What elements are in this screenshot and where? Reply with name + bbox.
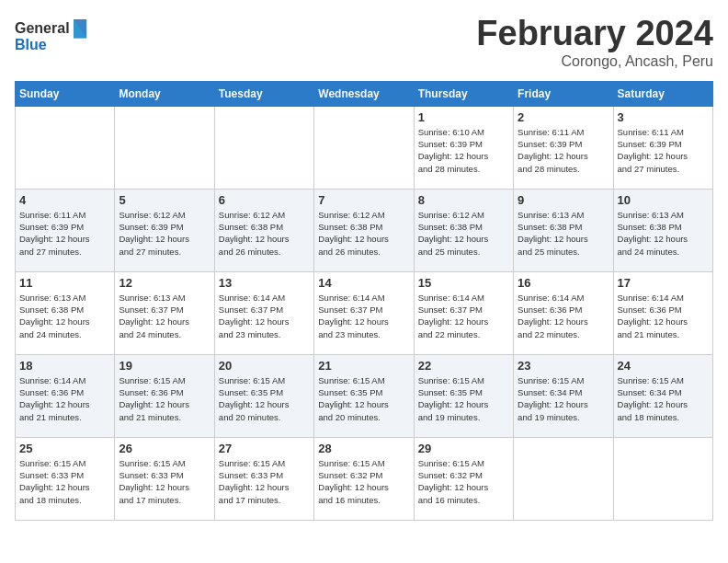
- weekday-header-wednesday: Wednesday: [314, 81, 414, 106]
- day-number: 15: [418, 276, 509, 290]
- day-number: 20: [219, 359, 310, 373]
- weekday-header-saturday: Saturday: [613, 81, 712, 106]
- svg-text:General: General: [15, 20, 70, 36]
- day-number: 24: [618, 359, 709, 373]
- day-number: 21: [318, 359, 409, 373]
- day-number: 14: [318, 276, 409, 290]
- logo: General Blue: [15, 15, 88, 61]
- day-number: 29: [418, 442, 509, 455]
- logo-svg: General Blue: [15, 15, 88, 61]
- page-header: General Blue February 2024 Corongo, Anca…: [15, 15, 713, 70]
- day-info: Sunrise: 6:11 AM Sunset: 6:39 PM Dayligh…: [518, 126, 609, 175]
- day-number: 23: [518, 359, 609, 373]
- day-info: Sunrise: 6:14 AM Sunset: 6:37 PM Dayligh…: [219, 292, 310, 340]
- day-number: 9: [518, 193, 609, 207]
- calendar-cell: 21Sunrise: 6:15 AM Sunset: 6:35 PM Dayli…: [314, 354, 414, 437]
- calendar-week-2: 4Sunrise: 6:11 AM Sunset: 6:39 PM Daylig…: [16, 189, 713, 271]
- title-block: February 2024 Corongo, Ancash, Peru: [476, 15, 713, 70]
- day-number: 12: [119, 276, 210, 290]
- weekday-header-friday: Friday: [514, 81, 613, 106]
- calendar-cell: 25Sunrise: 6:15 AM Sunset: 6:33 PM Dayli…: [16, 437, 115, 520]
- day-info: Sunrise: 6:14 AM Sunset: 6:36 PM Dayligh…: [518, 292, 609, 340]
- day-number: 8: [418, 193, 509, 207]
- day-info: Sunrise: 6:14 AM Sunset: 6:36 PM Dayligh…: [618, 292, 709, 340]
- day-number: 4: [19, 193, 110, 207]
- day-number: 28: [318, 442, 409, 455]
- day-info: Sunrise: 6:15 AM Sunset: 6:32 PM Dayligh…: [318, 457, 409, 506]
- day-info: Sunrise: 6:13 AM Sunset: 6:37 PM Dayligh…: [119, 292, 210, 340]
- day-info: Sunrise: 6:10 AM Sunset: 6:39 PM Dayligh…: [418, 126, 509, 175]
- calendar-cell: 14Sunrise: 6:14 AM Sunset: 6:37 PM Dayli…: [314, 271, 414, 354]
- day-info: Sunrise: 6:13 AM Sunset: 6:38 PM Dayligh…: [19, 292, 110, 340]
- day-info: Sunrise: 6:15 AM Sunset: 6:33 PM Dayligh…: [119, 457, 210, 506]
- day-info: Sunrise: 6:15 AM Sunset: 6:33 PM Dayligh…: [219, 457, 310, 506]
- calendar-cell: 29Sunrise: 6:15 AM Sunset: 6:32 PM Dayli…: [414, 437, 513, 520]
- calendar-week-1: 1Sunrise: 6:10 AM Sunset: 6:39 PM Daylig…: [16, 106, 713, 189]
- calendar-cell: 12Sunrise: 6:13 AM Sunset: 6:37 PM Dayli…: [115, 271, 214, 354]
- calendar-cell: 13Sunrise: 6:14 AM Sunset: 6:37 PM Dayli…: [214, 271, 313, 354]
- calendar-cell: 2Sunrise: 6:11 AM Sunset: 6:39 PM Daylig…: [514, 106, 613, 189]
- calendar-cell: 15Sunrise: 6:14 AM Sunset: 6:37 PM Dayli…: [414, 271, 513, 354]
- day-number: 17: [618, 276, 709, 290]
- day-info: Sunrise: 6:12 AM Sunset: 6:38 PM Dayligh…: [318, 209, 409, 258]
- calendar-cell: 4Sunrise: 6:11 AM Sunset: 6:39 PM Daylig…: [16, 189, 115, 271]
- calendar-table: SundayMondayTuesdayWednesdayThursdayFrid…: [15, 81, 713, 521]
- day-number: 25: [19, 442, 110, 455]
- calendar-cell: 10Sunrise: 6:13 AM Sunset: 6:38 PM Dayli…: [613, 189, 712, 271]
- day-info: Sunrise: 6:15 AM Sunset: 6:34 PM Dayligh…: [518, 374, 609, 423]
- calendar-cell: [514, 437, 613, 520]
- calendar-week-5: 25Sunrise: 6:15 AM Sunset: 6:33 PM Dayli…: [16, 437, 713, 520]
- day-info: Sunrise: 6:14 AM Sunset: 6:37 PM Dayligh…: [318, 292, 409, 340]
- day-info: Sunrise: 6:12 AM Sunset: 6:38 PM Dayligh…: [219, 209, 310, 258]
- calendar-cell: 24Sunrise: 6:15 AM Sunset: 6:34 PM Dayli…: [613, 354, 712, 437]
- calendar-cell: 3Sunrise: 6:11 AM Sunset: 6:39 PM Daylig…: [613, 106, 712, 189]
- day-number: 27: [219, 442, 310, 455]
- calendar-cell: [613, 437, 712, 520]
- day-number: 16: [518, 276, 609, 290]
- day-info: Sunrise: 6:14 AM Sunset: 6:37 PM Dayligh…: [418, 292, 509, 340]
- day-info: Sunrise: 6:15 AM Sunset: 6:35 PM Dayligh…: [318, 374, 409, 423]
- page-title: February 2024: [476, 15, 713, 53]
- calendar-cell: 27Sunrise: 6:15 AM Sunset: 6:33 PM Dayli…: [214, 437, 313, 520]
- calendar-cell: 23Sunrise: 6:15 AM Sunset: 6:34 PM Dayli…: [514, 354, 613, 437]
- calendar-cell: 17Sunrise: 6:14 AM Sunset: 6:36 PM Dayli…: [613, 271, 712, 354]
- day-number: 26: [119, 442, 210, 455]
- day-info: Sunrise: 6:11 AM Sunset: 6:39 PM Dayligh…: [19, 209, 110, 258]
- day-number: 3: [618, 110, 709, 124]
- calendar-cell: [115, 106, 214, 189]
- calendar-cell: 1Sunrise: 6:10 AM Sunset: 6:39 PM Daylig…: [414, 106, 513, 189]
- weekday-header-thursday: Thursday: [414, 81, 513, 106]
- day-number: 22: [418, 359, 509, 373]
- day-info: Sunrise: 6:12 AM Sunset: 6:38 PM Dayligh…: [418, 209, 509, 258]
- weekday-header-monday: Monday: [115, 81, 214, 106]
- weekday-header-sunday: Sunday: [16, 81, 115, 106]
- day-number: 13: [219, 276, 310, 290]
- calendar-cell: 28Sunrise: 6:15 AM Sunset: 6:32 PM Dayli…: [314, 437, 414, 520]
- calendar-cell: 26Sunrise: 6:15 AM Sunset: 6:33 PM Dayli…: [115, 437, 214, 520]
- calendar-cell: 20Sunrise: 6:15 AM Sunset: 6:35 PM Dayli…: [214, 354, 313, 437]
- day-number: 2: [518, 110, 609, 124]
- day-info: Sunrise: 6:13 AM Sunset: 6:38 PM Dayligh…: [618, 209, 709, 258]
- day-info: Sunrise: 6:14 AM Sunset: 6:36 PM Dayligh…: [19, 374, 110, 423]
- day-info: Sunrise: 6:12 AM Sunset: 6:39 PM Dayligh…: [119, 209, 210, 258]
- day-number: 5: [119, 193, 210, 207]
- day-number: 11: [19, 276, 110, 290]
- calendar-week-3: 11Sunrise: 6:13 AM Sunset: 6:38 PM Dayli…: [16, 271, 713, 354]
- calendar-cell: [314, 106, 414, 189]
- day-info: Sunrise: 6:15 AM Sunset: 6:35 PM Dayligh…: [418, 374, 509, 423]
- calendar-cell: 9Sunrise: 6:13 AM Sunset: 6:38 PM Daylig…: [514, 189, 613, 271]
- page-subtitle: Corongo, Ancash, Peru: [476, 53, 713, 70]
- calendar-cell: 8Sunrise: 6:12 AM Sunset: 6:38 PM Daylig…: [414, 189, 513, 271]
- day-info: Sunrise: 6:15 AM Sunset: 6:34 PM Dayligh…: [618, 374, 709, 423]
- day-number: 6: [219, 193, 310, 207]
- day-info: Sunrise: 6:15 AM Sunset: 6:33 PM Dayligh…: [19, 457, 110, 506]
- day-info: Sunrise: 6:15 AM Sunset: 6:32 PM Dayligh…: [418, 457, 509, 506]
- day-number: 18: [19, 359, 110, 373]
- calendar-week-4: 18Sunrise: 6:14 AM Sunset: 6:36 PM Dayli…: [16, 354, 713, 437]
- calendar-cell: 19Sunrise: 6:15 AM Sunset: 6:36 PM Dayli…: [115, 354, 214, 437]
- day-number: 7: [318, 193, 409, 207]
- calendar-cell: 5Sunrise: 6:12 AM Sunset: 6:39 PM Daylig…: [115, 189, 214, 271]
- day-number: 19: [119, 359, 210, 373]
- day-number: 10: [618, 193, 709, 207]
- calendar-cell: [16, 106, 115, 189]
